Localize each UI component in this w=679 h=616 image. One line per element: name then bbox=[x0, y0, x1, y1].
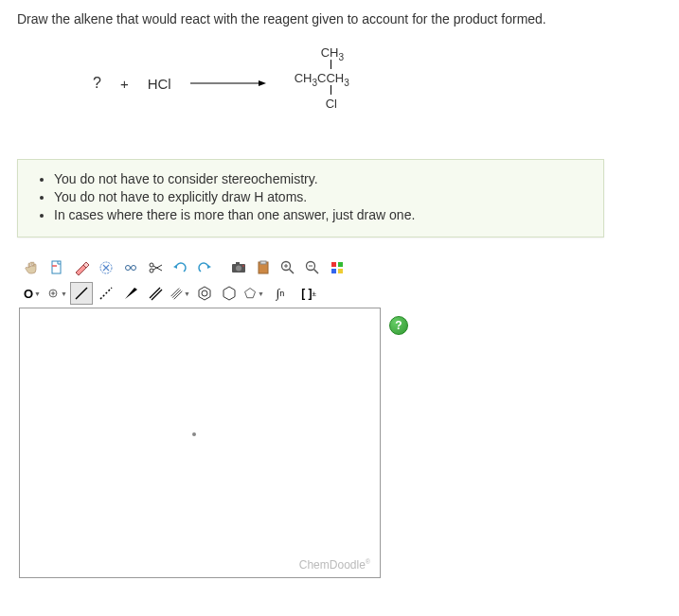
svg-rect-2 bbox=[52, 261, 61, 273]
eraser-icon bbox=[73, 259, 90, 276]
canvas-center-dot bbox=[192, 432, 196, 436]
svg-marker-9 bbox=[173, 265, 177, 269]
help-button[interactable]: ? bbox=[389, 316, 408, 335]
reaction-scheme: ? + HCl CH3 CH3CCH3 Cl bbox=[93, 45, 662, 121]
benzene-icon bbox=[196, 285, 213, 302]
dashed-bond-button[interactable] bbox=[95, 282, 117, 305]
single-bond-icon bbox=[73, 285, 90, 302]
palette-icon bbox=[329, 259, 346, 276]
question-prompt: Draw the alkene that would react with th… bbox=[17, 11, 662, 26]
cyclopentane-button[interactable]: ▼ bbox=[242, 282, 265, 305]
svg-marker-33 bbox=[125, 288, 137, 299]
drawing-canvas[interactable]: ? ChemDoodle® bbox=[19, 308, 381, 578]
triple-bond-icon bbox=[170, 285, 183, 302]
function-button[interactable]: ∫n bbox=[267, 282, 294, 305]
svg-marker-42 bbox=[245, 289, 256, 298]
brackets-label: [ ] bbox=[301, 287, 312, 300]
chemdoodle-sketcher: O ▼ ▼ ▼ ▼ bbox=[17, 256, 415, 578]
svg-rect-16 bbox=[260, 261, 266, 264]
svg-marker-1 bbox=[259, 80, 266, 86]
charge-icon bbox=[46, 285, 60, 302]
brackets-button[interactable]: [ ]± bbox=[295, 282, 322, 305]
hand-icon bbox=[24, 259, 41, 276]
benzene-button[interactable] bbox=[193, 282, 216, 305]
zoom-in-icon bbox=[279, 259, 296, 276]
wedge-bond-button[interactable] bbox=[119, 282, 142, 305]
svg-point-8 bbox=[150, 269, 153, 273]
scissors-icon bbox=[147, 259, 164, 276]
svg-rect-26 bbox=[331, 269, 336, 273]
cut-tool[interactable] bbox=[144, 256, 167, 279]
fn-label: n bbox=[279, 289, 284, 298]
svg-point-5 bbox=[126, 266, 131, 271]
instruction-item: In cases where there is more than one an… bbox=[54, 207, 588, 222]
chevron-down-icon: ▼ bbox=[34, 290, 41, 297]
clipboard-icon bbox=[255, 259, 272, 276]
color-tool[interactable] bbox=[326, 256, 348, 279]
unknown-reactant: ? bbox=[93, 75, 101, 92]
svg-marker-41 bbox=[223, 287, 235, 300]
wedge-bond-icon bbox=[122, 285, 139, 302]
element-o-label: O bbox=[24, 287, 33, 301]
svg-rect-13 bbox=[236, 262, 240, 264]
svg-point-12 bbox=[236, 266, 241, 272]
undo-icon bbox=[171, 259, 188, 276]
instruction-item: You do not have to explicitly draw H ato… bbox=[54, 189, 588, 204]
cyclohexane-button[interactable] bbox=[218, 282, 241, 305]
cyclopentane-icon bbox=[243, 285, 257, 302]
clear-icon bbox=[98, 259, 115, 276]
svg-line-22 bbox=[314, 270, 319, 274]
plusminus-label: ± bbox=[312, 290, 315, 298]
reaction-arrow-icon bbox=[190, 79, 266, 88]
svg-point-14 bbox=[242, 265, 244, 267]
double-bond-icon bbox=[147, 285, 164, 302]
redo-icon bbox=[196, 259, 213, 276]
zoom-out-icon bbox=[304, 259, 321, 276]
element-button[interactable]: O ▼ bbox=[21, 282, 44, 305]
svg-line-31 bbox=[76, 288, 87, 299]
product-cl: Cl bbox=[326, 97, 337, 111]
dashed-bond-icon bbox=[98, 285, 115, 302]
undo-tool[interactable] bbox=[169, 256, 191, 279]
camera-tool[interactable] bbox=[227, 256, 250, 279]
zoom-out-tool[interactable] bbox=[301, 256, 324, 279]
hand-tool[interactable] bbox=[21, 256, 44, 279]
cyclohexane-icon bbox=[221, 285, 238, 302]
product-ch3-top-sub: 3 bbox=[338, 52, 344, 62]
chevron-down-icon: ▼ bbox=[258, 290, 264, 297]
svg-line-32 bbox=[100, 288, 112, 299]
svg-point-40 bbox=[202, 290, 207, 296]
camera-icon bbox=[230, 259, 247, 276]
svg-point-7 bbox=[150, 263, 153, 267]
clear-tool[interactable] bbox=[95, 256, 117, 279]
eraser-tool[interactable] bbox=[70, 256, 93, 279]
toolbar-row-1 bbox=[17, 256, 415, 279]
svg-rect-27 bbox=[338, 269, 343, 273]
product-sub2: 3 bbox=[344, 78, 349, 88]
redo-tool[interactable] bbox=[193, 256, 216, 279]
instructions-box: You do not have to consider stereochemis… bbox=[17, 159, 604, 238]
product-structure: CH3 CH3CCH3 Cl bbox=[285, 45, 370, 121]
chevron-down-icon: ▼ bbox=[61, 290, 67, 297]
lasso-icon bbox=[122, 259, 139, 276]
double-bond-button[interactable] bbox=[144, 282, 167, 305]
svg-point-6 bbox=[132, 266, 136, 271]
svg-line-18 bbox=[290, 270, 295, 274]
chevron-down-icon: ▼ bbox=[184, 290, 190, 297]
paste-tool[interactable] bbox=[252, 256, 275, 279]
doc-tool[interactable] bbox=[45, 256, 68, 279]
instruction-item: You do not have to consider stereochemis… bbox=[54, 171, 588, 186]
chemdoodle-branding: ChemDoodle® bbox=[299, 558, 370, 572]
product-main-ch: CH bbox=[295, 71, 313, 85]
product-ch3-top: CH bbox=[321, 45, 339, 60]
triple-bond-button[interactable]: ▼ bbox=[169, 282, 191, 305]
document-icon bbox=[48, 259, 65, 276]
svg-marker-10 bbox=[207, 265, 211, 269]
svg-rect-25 bbox=[338, 262, 343, 267]
charge-button[interactable]: ▼ bbox=[45, 282, 68, 305]
zoom-in-tool[interactable] bbox=[277, 256, 299, 279]
toolbar-row-2: O ▼ ▼ ▼ ▼ bbox=[17, 282, 415, 305]
svg-rect-24 bbox=[331, 262, 336, 267]
single-bond-button[interactable] bbox=[70, 282, 93, 305]
lasso-tool[interactable] bbox=[119, 256, 142, 279]
